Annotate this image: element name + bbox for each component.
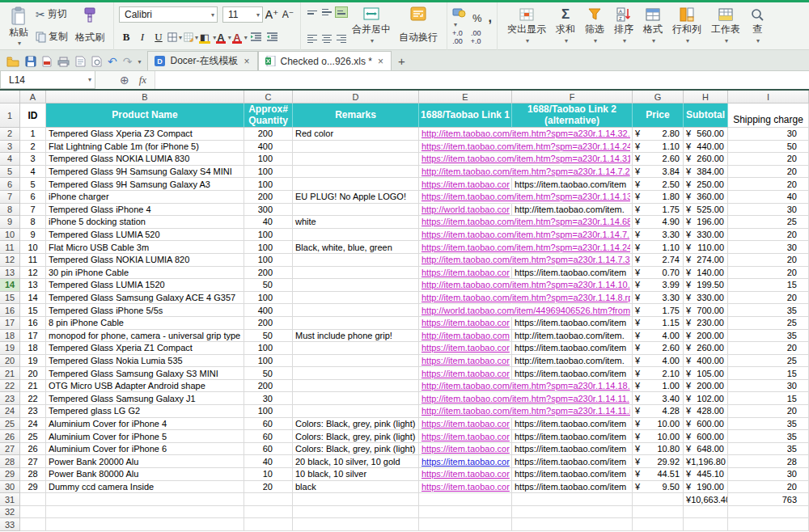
cell-B22[interactable]: OTG Micro USB Adapter Android shape — [46, 380, 244, 393]
increase-decimal-button[interactable]: +.0 .00 — [452, 29, 463, 45]
cell-D13[interactable] — [293, 267, 419, 280]
cell-C28[interactable]: 40 — [244, 455, 293, 468]
taobao-link-1[interactable]: https://item.taobao.com/item.htm?spm=a23… — [421, 141, 630, 151]
cell-G29[interactable]: ¥44.51 — [633, 468, 684, 481]
cell-C4[interactable]: 100 — [244, 153, 293, 166]
cell-G3[interactable]: ¥1.10 — [633, 141, 684, 154]
copy-button[interactable]: 复制 — [32, 29, 71, 44]
cell-B11[interactable]: Flat Micro USB Cable 3m — [46, 241, 244, 254]
cell-E27[interactable]: https://item.taobao.cor — [419, 443, 512, 456]
fill-color-button[interactable]: ◧ — [200, 30, 214, 44]
cell-C9[interactable]: 40 — [244, 216, 293, 229]
cell-D32[interactable] — [293, 506, 419, 519]
cell-F26[interactable]: https://item.taobao.com/item — [512, 430, 633, 443]
cell-F13[interactable]: https://item.taobao.com/item — [512, 267, 633, 280]
column-header-B[interactable]: B — [46, 91, 244, 103]
cell-B28[interactable]: Power Bank 20000 Alu — [46, 455, 244, 468]
row-header-1[interactable]: 1 — [0, 103, 20, 128]
cell-B26[interactable]: Aluminium Cover for iPhone 5 — [46, 430, 244, 443]
cell-B17[interactable]: 8 pin iPhone Cable — [46, 317, 244, 330]
cell-G2[interactable]: ¥2.80 — [633, 128, 684, 141]
cell-I31[interactable]: 763 — [728, 493, 809, 506]
cell-H16[interactable]: ¥700.00 — [684, 304, 728, 317]
cell-A20[interactable]: 19 — [20, 355, 46, 368]
increase-font-button[interactable]: A⁺ — [265, 7, 279, 22]
cell-D14[interactable] — [293, 279, 419, 292]
cell-C12[interactable]: 100 — [244, 254, 293, 267]
cell-C14[interactable]: 50 — [244, 279, 293, 292]
cell-A12[interactable]: 11 — [20, 254, 46, 267]
tab-workbook[interactable]: Checked o...926.xls * × — [258, 51, 392, 70]
cell-B29[interactable]: Power Bank 80000 Alu — [46, 468, 244, 481]
cell-A6[interactable]: 5 — [20, 178, 46, 191]
tab-docer[interactable]: D Docer-在线模板 × — [147, 51, 257, 70]
taobao-link-1[interactable]: https://item.taobao.cor — [421, 179, 510, 189]
merge-center-button[interactable]: 合并居中 — [348, 5, 395, 46]
cell-H11[interactable]: ¥110.00 — [684, 241, 728, 254]
cell-E1[interactable]: 1688/Taobao Link 1 — [419, 103, 512, 128]
find-tool-button[interactable]: 查 — [745, 5, 769, 46]
cell-H12[interactable]: ¥274.00 — [684, 254, 728, 267]
taobao-link-1[interactable]: https://item.taobao.cor — [421, 268, 510, 277]
cell-H31[interactable]: ¥10,663.40 — [684, 493, 728, 506]
align-left-button[interactable] — [306, 33, 319, 44]
cell-B12[interactable]: Tempered Glass NOKIA LUMIA 820 — [46, 254, 244, 267]
zoom-icon[interactable]: ⊕ — [120, 74, 129, 87]
borders-button[interactable] — [167, 30, 182, 44]
cell-I27[interactable]: 35 — [728, 443, 809, 456]
align-center-button[interactable] — [320, 33, 333, 44]
row-header-8[interactable]: 8 — [0, 204, 20, 217]
taobao-link-2[interactable]: https://item.taobao.com/item — [515, 444, 626, 454]
cell-I6[interactable]: 20 — [728, 178, 809, 191]
cell-C18[interactable]: 50 — [244, 330, 293, 343]
cell-H32[interactable] — [684, 506, 728, 519]
row-header-3[interactable]: 3 — [0, 141, 20, 154]
cell-A32[interactable] — [20, 506, 46, 519]
cell-D21[interactable] — [293, 367, 419, 380]
cell-D8[interactable] — [293, 204, 419, 217]
row-header-17[interactable]: 17 — [0, 317, 20, 330]
cell-I14[interactable]: 15 — [728, 279, 809, 292]
cell-B24[interactable]: Tempered glass LG G2 — [46, 405, 244, 418]
cell-C1[interactable]: Approx#Quantity — [244, 103, 293, 128]
cell-D20[interactable] — [293, 355, 419, 368]
cell-E18[interactable]: http://item.taobao.com — [419, 330, 512, 343]
currency-format-button[interactable] — [452, 6, 466, 29]
cell-I33[interactable] — [728, 518, 809, 531]
row-header-5[interactable]: 5 — [0, 166, 20, 179]
cell-D17[interactable] — [293, 317, 419, 330]
cell-E23[interactable]: http://item.taobao.com/item.htm?spm=a230… — [419, 392, 512, 405]
cell-E2[interactable]: http://item.taobao.com/item.htm?spm=a230… — [419, 128, 512, 141]
cell-F19[interactable]: https://item.taobao.com/item — [512, 342, 633, 355]
cell-B32[interactable] — [46, 506, 244, 519]
cell-D25[interactable]: Colors: Black, grey, pink (light) — [293, 418, 419, 431]
cell-I15[interactable]: 20 — [728, 292, 809, 305]
cell-G20[interactable]: ¥4.00 — [633, 355, 684, 368]
row-header-28[interactable]: 28 — [0, 455, 20, 468]
taobao-link-1[interactable]: https://item.taobao.com/item.htm?spm=a23… — [421, 230, 630, 239]
row-header-25[interactable]: 25 — [0, 418, 20, 431]
cell-I10[interactable]: 20 — [728, 229, 809, 242]
taobao-link-1[interactable]: http://world.taobao.cor — [421, 205, 510, 214]
cell-E32[interactable] — [419, 506, 512, 519]
cell-D10[interactable] — [293, 229, 419, 242]
cell-B13[interactable]: 30 pin iPhone Cable — [46, 267, 244, 280]
decrease-indent-button[interactable] — [248, 30, 263, 44]
taobao-link-1[interactable]: https://item.taobao.cor — [421, 419, 510, 429]
cell-C26[interactable]: 60 — [244, 430, 293, 443]
bold-button[interactable]: B — [119, 30, 133, 44]
taobao-link-1[interactable]: https://item.taobao.cor — [421, 343, 510, 353]
taobao-link-2[interactable]: https://item.taobao.com/item — [515, 469, 626, 479]
cell-F27[interactable]: https://item.taobao.com/item — [512, 443, 633, 456]
row-header-7[interactable]: 7 — [0, 191, 20, 204]
cell-G19[interactable]: ¥2.60 — [633, 342, 684, 355]
cell-C16[interactable]: 400 — [244, 304, 293, 317]
cell-I2[interactable]: 30 — [728, 128, 809, 141]
cell-C5[interactable]: 100 — [244, 166, 293, 179]
cell-A28[interactable]: 27 — [20, 455, 46, 468]
cell-C8[interactable]: 300 — [244, 204, 293, 217]
cell-I28[interactable]: 28 — [728, 455, 809, 468]
underline-button[interactable]: U — [151, 30, 166, 44]
sort-tool-button[interactable]: AZ 排序 — [609, 5, 638, 46]
italic-button[interactable]: I — [135, 30, 150, 44]
